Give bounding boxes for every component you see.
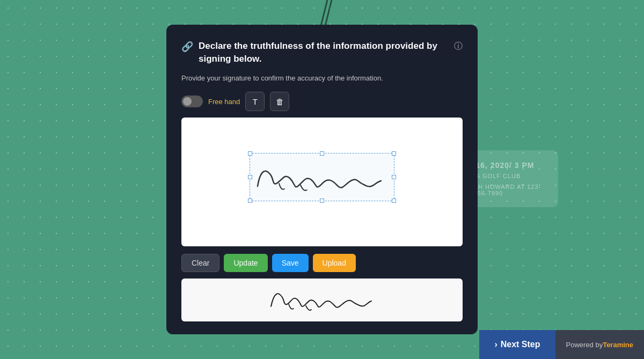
handle-tl[interactable]: [248, 151, 252, 156]
handle-ml[interactable]: [248, 175, 252, 179]
freehand-toggle[interactable]: [181, 96, 203, 107]
next-step-button[interactable]: › Next Step: [479, 330, 555, 359]
card-header: 🔗 Declare the truthfulness of the inform…: [181, 40, 463, 65]
next-step-arrow-icon: ›: [494, 340, 497, 349]
main-card: 🔗 Declare the truthfulness of the inform…: [166, 25, 478, 334]
update-button[interactable]: Update: [224, 254, 267, 272]
toggle-thumb: [183, 97, 192, 106]
signature-preview-drawing: [268, 284, 376, 316]
selection-box: [250, 153, 394, 201]
handle-tr[interactable]: [392, 151, 396, 156]
card-subtitle: Provide your signature to confirm the ac…: [181, 73, 463, 84]
handle-mr[interactable]: [392, 175, 396, 179]
clear-button[interactable]: Clear: [181, 254, 219, 272]
delete-tool-button[interactable]: 🗑: [270, 92, 289, 111]
signature-canvas[interactable]: [181, 118, 463, 246]
toolbar: Free hand T 🗑: [181, 92, 463, 111]
toggle-track: [181, 96, 203, 107]
signature-preview: [181, 279, 463, 321]
freehand-label: Free hand: [208, 98, 240, 106]
card-title: Declare the truthfulness of the informat…: [199, 40, 449, 65]
text-tool-button[interactable]: T: [245, 92, 265, 111]
handle-bm[interactable]: [320, 199, 324, 203]
handle-tm[interactable]: [320, 151, 324, 156]
bottom-bar: › Next Step Powered by Teramine: [479, 330, 644, 359]
handle-bl[interactable]: [248, 199, 252, 203]
text-icon: T: [253, 97, 258, 106]
powered-by-brand: Teramine: [603, 341, 633, 349]
save-button[interactable]: Save: [272, 254, 309, 272]
action-buttons: Clear Update Save Upload: [181, 254, 463, 272]
handle-br[interactable]: [392, 199, 396, 203]
link-icon: 🔗: [181, 41, 193, 53]
trash-icon: 🗑: [276, 97, 284, 106]
powered-by-section: Powered by Teramine: [555, 330, 645, 359]
info-icon[interactable]: ⓘ: [454, 41, 463, 52]
next-step-label: Next Step: [501, 340, 540, 349]
powered-by-prefix: Powered by: [566, 341, 603, 349]
upload-button[interactable]: Upload: [313, 254, 356, 272]
